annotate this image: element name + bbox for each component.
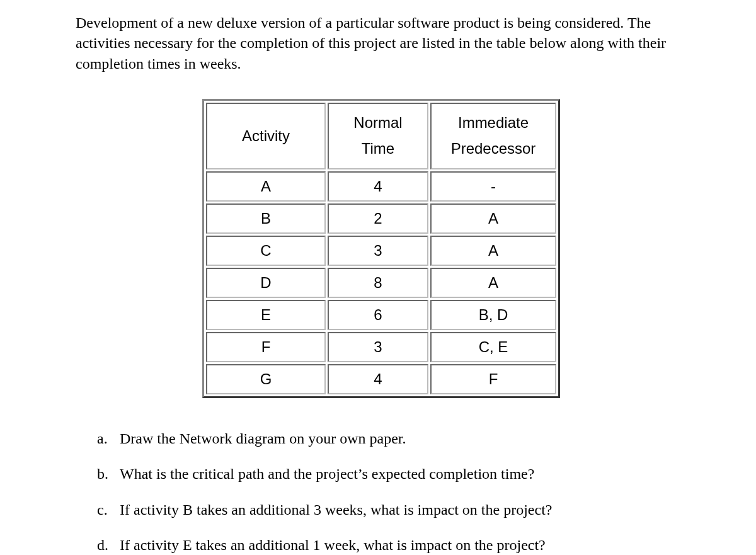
cell-time: 3 [328, 332, 428, 362]
table-row: G 4 F [206, 364, 556, 394]
question-marker: d. [97, 535, 120, 555]
cell-time: 4 [328, 364, 428, 394]
question-marker: c. [97, 500, 120, 520]
cell-predecessor: B, D [430, 300, 556, 330]
activities-table: Activity Normal Time Immediate Predecess… [202, 99, 560, 398]
table-row: B 2 A [206, 203, 556, 234]
cell-activity: E [206, 300, 326, 330]
cell-predecessor: C, E [430, 332, 556, 362]
question-item: d. If activity E takes an additional 1 w… [97, 535, 687, 555]
question-text: If activity E takes an additional 1 week… [120, 535, 687, 555]
cell-time: 8 [328, 268, 428, 298]
questions-list: a. Draw the Network diagram on your own … [76, 428, 687, 555]
cell-predecessor: - [430, 171, 556, 202]
question-text: What is the critical path and the projec… [120, 464, 687, 484]
cell-activity: B [206, 203, 326, 234]
cell-activity: C [206, 236, 326, 266]
cell-predecessor: A [430, 203, 556, 234]
header-predecessor: Immediate Predecessor [430, 103, 556, 169]
cell-time: 2 [328, 203, 428, 234]
table-header-row: Activity Normal Time Immediate Predecess… [206, 103, 556, 169]
table-row: E 6 B, D [206, 300, 556, 330]
header-activity: Activity [206, 103, 326, 169]
question-item: b. What is the critical path and the pro… [97, 464, 687, 484]
cell-activity: A [206, 171, 326, 202]
table-row: D 8 A [206, 268, 556, 298]
table-row: F 3 C, E [206, 332, 556, 362]
question-text: Draw the Network diagram on your own pap… [120, 428, 687, 449]
question-text: If activity B takes an additional 3 week… [120, 500, 687, 520]
table-row: A 4 - [206, 171, 556, 202]
table-row: C 3 A [206, 236, 556, 266]
cell-activity: G [206, 364, 326, 394]
cell-predecessor: F [430, 364, 556, 394]
cell-predecessor: A [430, 268, 556, 298]
cell-predecessor: A [430, 236, 556, 266]
header-time: Normal Time [328, 103, 428, 169]
cell-activity: F [206, 332, 326, 362]
table-wrapper: Activity Normal Time Immediate Predecess… [76, 99, 687, 398]
question-item: a. Draw the Network diagram on your own … [97, 428, 687, 449]
cell-time: 3 [328, 236, 428, 266]
question-marker: a. [97, 428, 120, 449]
cell-activity: D [206, 268, 326, 298]
question-item: c. If activity B takes an additional 3 w… [97, 500, 687, 520]
intro-paragraph: Development of a new deluxe version of a… [76, 13, 687, 74]
cell-time: 6 [328, 300, 428, 330]
question-marker: b. [97, 464, 120, 484]
cell-time: 4 [328, 171, 428, 202]
